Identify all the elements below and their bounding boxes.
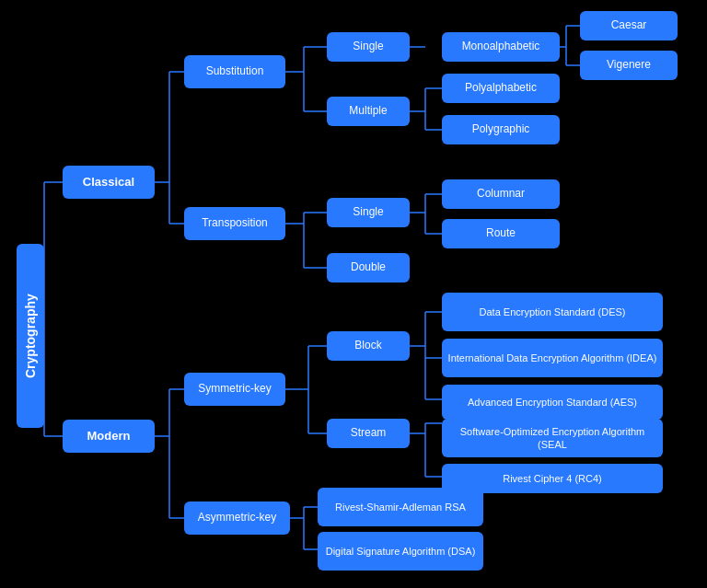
classical-node: Classical: [63, 166, 155, 199]
symmetric-key-node: Symmetric-key: [184, 373, 285, 406]
des-node: Data Encryption Standard (DES): [442, 293, 663, 331]
rsa-node: Rivest-Shamir-Adleman RSA: [318, 488, 483, 526]
polygraphic-node: Polygraphic: [442, 115, 560, 144]
caesar-node: Caesar: [580, 11, 678, 40]
substitution-node: Substitution: [184, 55, 285, 88]
transposition-node: Transposition: [184, 207, 285, 240]
asymmetric-key-node: Asymmetric-key: [184, 502, 290, 535]
single-transposition-node: Single: [327, 198, 410, 227]
aes-node: Advanced Encryption Standard (AES): [442, 385, 663, 420]
polyalphabetic-node: Polyalphabetic: [442, 74, 560, 103]
route-node: Route: [442, 219, 560, 248]
dsa-node: Digital Signature Algorithm (DSA): [318, 532, 483, 571]
stream-node: Stream: [327, 419, 410, 448]
cryptography-node: Cryptography: [17, 244, 44, 428]
double-node: Double: [327, 253, 410, 282]
columnar-node: Columnar: [442, 179, 560, 209]
single-substitution-node: Single: [327, 32, 410, 62]
diagram: Cryptography Classical Modern Substituti…: [0, 0, 707, 588]
seal-node: Software-Optimized Encryption Algorithm …: [442, 419, 663, 457]
vigenere-node: Vigenere: [580, 51, 678, 80]
block-node: Block: [327, 331, 410, 361]
monoalphabetic-node: Monoalphabetic: [442, 32, 560, 62]
idea-node: International Data Encryption Algorithm …: [442, 339, 663, 377]
multiple-node: Multiple: [327, 97, 410, 126]
modern-node: Modern: [63, 420, 155, 453]
